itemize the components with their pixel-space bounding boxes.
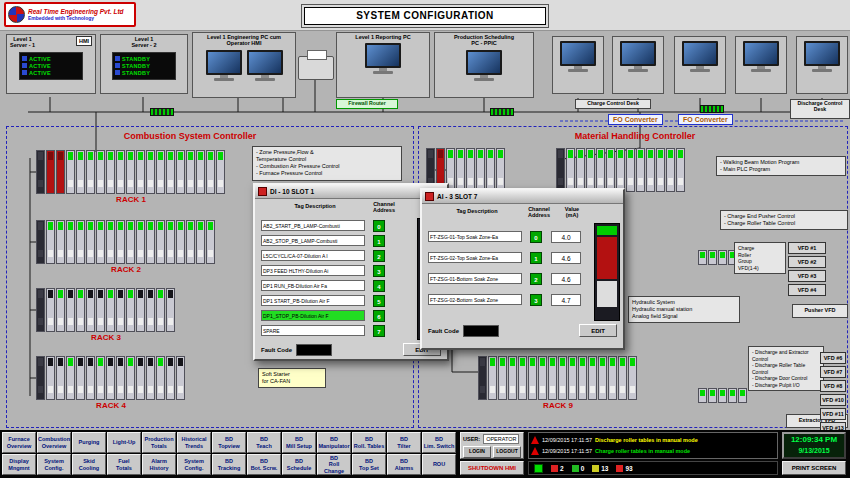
plc-io-module[interactable] [466,148,475,192]
plc-io-module[interactable] [608,356,617,400]
plc-io-module[interactable] [86,356,95,400]
plc-io-module[interactable] [186,220,195,264]
tag-description-cell[interactable]: FT-ZSG-01-Top Soak Zone-Ea [428,231,522,242]
plc-io-module[interactable] [508,356,517,400]
plc-io-module[interactable] [36,220,45,264]
tag-description-cell[interactable]: FT-ZSG-02-Top Soak Zone-Ea [428,252,522,263]
plc-io-module[interactable] [46,220,55,264]
plc-io-module[interactable] [528,356,537,400]
plc-io-module[interactable] [548,356,557,400]
plc-io-module[interactable] [126,150,135,194]
tag-description-cell[interactable]: FT-ZSG-02-Bottom Soak Zone [428,294,522,305]
nav-button[interactable]: Production Totals [142,432,176,453]
plc-io-module[interactable] [116,220,125,264]
plc-io-module[interactable] [186,150,195,194]
nav-button[interactable]: System Config. [177,454,211,475]
plc-io-module[interactable] [46,150,55,194]
plc-io-module[interactable] [456,148,465,192]
plc-io-module[interactable] [76,288,85,332]
plc-io-module[interactable] [206,220,215,264]
plc-io-module[interactable] [636,148,645,192]
nav-button[interactable]: BD Schedule [282,454,316,475]
plc-io-module[interactable] [156,356,165,400]
dialog-titlebar[interactable]: DI - 10 SLOT 1 [255,185,447,199]
nav-button[interactable]: BD Manipulator [317,432,351,453]
plc-io-module[interactable] [556,148,565,192]
tag-description-cell[interactable]: DP1 RUN_FB-Dilution Air Fa [261,280,365,291]
plc-io-module[interactable] [628,356,637,400]
plc-io-module[interactable] [586,148,595,192]
nav-button[interactable]: ROU [422,454,456,475]
nav-button[interactable]: Purging [72,432,106,453]
tag-description-cell[interactable]: DP1 START_PB-Dilution Air F [261,295,365,306]
plc-io-module[interactable] [136,356,145,400]
plc-io-module[interactable] [166,220,175,264]
plc-io-module[interactable] [96,150,105,194]
plc-io-module[interactable] [126,356,135,400]
plc-io-module[interactable] [76,220,85,264]
plc-io-module[interactable] [106,288,115,332]
nav-button[interactable]: BD Teach [247,432,281,453]
plc-io-module[interactable] [708,388,717,403]
nav-button[interactable]: BD Alarms [387,454,421,475]
plc-io-module[interactable] [626,148,635,192]
edit-button[interactable]: EDIT [579,324,617,337]
plc-io-module[interactable] [176,356,185,400]
plc-io-module[interactable] [56,220,65,264]
tag-description-cell[interactable]: L5C/CYCL/CA-07-Dilution A I [261,250,365,261]
plc-io-module[interactable] [196,150,205,194]
plc-io-module[interactable] [166,150,175,194]
plc-io-module[interactable] [718,388,727,403]
plc-io-module[interactable] [56,356,65,400]
plc-io-module[interactable] [596,148,605,192]
plc-io-module[interactable] [488,356,497,400]
plc-io-module[interactable] [116,150,125,194]
plc-io-module[interactable] [136,288,145,332]
plc-io-module[interactable] [146,288,155,332]
plc-io-module[interactable] [156,150,165,194]
plc-io-module[interactable] [66,220,75,264]
plc-io-module[interactable] [76,150,85,194]
dialog-titlebar[interactable]: AI - 3 SLOT 7 [422,190,623,204]
nav-button[interactable]: Furnace Overview [2,432,36,453]
plc-io-module[interactable] [196,220,205,264]
plc-io-module[interactable] [106,220,115,264]
plc-io-module[interactable] [206,150,215,194]
plc-io-module[interactable] [56,150,65,194]
plc-io-module[interactable] [36,356,45,400]
alarm-message-panel[interactable]: 12/09/2015 17:11:57 Discharge roller tab… [528,432,778,459]
plc-io-module[interactable] [76,356,85,400]
plc-io-module[interactable] [96,288,105,332]
plc-io-module[interactable] [606,148,615,192]
nav-button[interactable]: BD Topview [212,432,246,453]
nav-button[interactable]: BD Tracking [212,454,246,475]
plc-io-module[interactable] [96,220,105,264]
plc-io-module[interactable] [166,356,175,400]
plc-io-module[interactable] [96,356,105,400]
nav-button[interactable]: System Config. [37,454,71,475]
tag-description-cell[interactable]: FT-ZSG-01-Bottom Soak Zone [428,273,522,284]
plc-io-module[interactable] [56,288,65,332]
plc-io-module[interactable] [156,220,165,264]
tag-description-cell[interactable]: DP1_STOP_PB-Dilution Air F [261,310,365,321]
plc-io-module[interactable] [116,288,125,332]
print-screen-button[interactable]: PRINT SCREEN [782,461,846,475]
plc-io-module[interactable] [588,356,597,400]
nav-button[interactable]: BD Top Set [352,454,386,475]
nav-button[interactable]: BD Roll Change [317,454,351,475]
plc-io-module[interactable] [36,288,45,332]
plc-io-module[interactable] [616,148,625,192]
plc-io-module[interactable] [538,356,547,400]
plc-io-module[interactable] [676,148,685,192]
plc-io-module[interactable] [116,356,125,400]
plc-io-module[interactable] [106,150,115,194]
plc-io-module[interactable] [106,356,115,400]
plc-io-module[interactable] [86,150,95,194]
plc-io-module[interactable] [136,150,145,194]
plc-io-module[interactable] [66,288,75,332]
plc-io-module[interactable] [566,148,575,192]
tag-description-cell[interactable]: AB2_START_PB_LAMP-Combusti [261,220,365,231]
plc-io-module[interactable] [176,220,185,264]
plc-io-module[interactable] [86,288,95,332]
plc-io-module[interactable] [656,148,665,192]
